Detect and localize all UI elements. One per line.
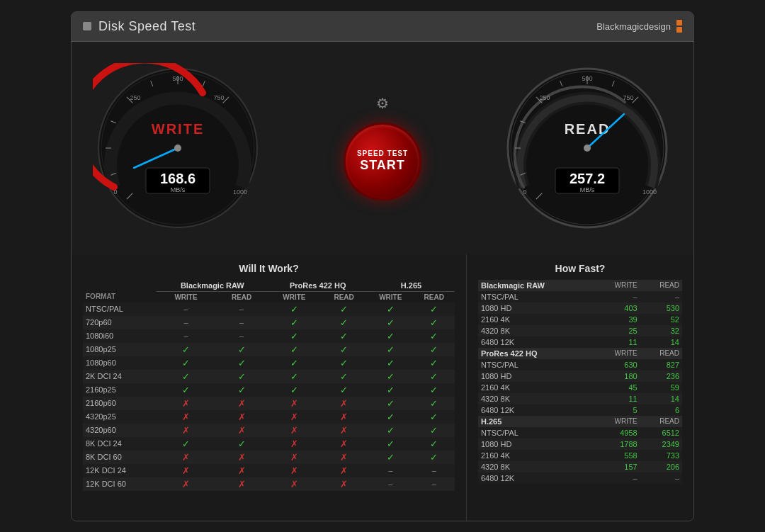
svg-text:1000: 1000 (642, 188, 657, 196)
brand-dot-1 (676, 20, 682, 26)
left-panel-title: Will It Work? (83, 263, 455, 274)
brand-name: Blackmagicdesign (596, 21, 671, 32)
svg-text:500: 500 (582, 75, 592, 82)
table-row: 4320p60✗✗✗✗✓✓ (83, 424, 455, 437)
table-row: 1080 HD180236 (478, 370, 682, 382)
section-header-row: ProRes 422 HQWRITEREAD (478, 348, 682, 359)
app-title: Disk Speed Test (98, 19, 196, 34)
brand-logo (676, 20, 682, 33)
left-panel: Will It Work? Blackmagic RAW ProRes 422 … (72, 254, 467, 521)
will-it-work-table: Blackmagic RAW ProRes 422 HQ H.265 FORMA… (83, 280, 455, 491)
svg-point-40 (584, 145, 591, 152)
table-row: 4320 8K2532 (478, 325, 682, 336)
table-row: 8K DCI 60✗✗✗✗✓✓ (83, 451, 455, 464)
table-row: NTSC/PAL––✓✓✓✓ (83, 302, 455, 316)
table-row: NTSC/PAL49586512 (478, 427, 682, 438)
table-row: 2160 4K4559 (478, 382, 682, 393)
how-fast-table: Blackmagic RAWWRITEREADNTSC/PAL––1080 HD… (478, 280, 682, 484)
table-row: 1080 HD403530 (478, 302, 682, 314)
svg-text:168.6: 168.6 (160, 171, 196, 186)
table-row: 4320 8K157206 (478, 461, 682, 472)
table-row: 4320 8K1114 (478, 393, 682, 404)
svg-text:750: 750 (213, 94, 224, 101)
svg-text:750: 750 (623, 94, 633, 101)
svg-text:0: 0 (113, 188, 117, 196)
start-button[interactable]: SPEED TEST START (344, 123, 421, 200)
svg-text:MB/s: MB/s (171, 186, 186, 193)
svg-text:0: 0 (523, 188, 526, 196)
title-bar: Disk Speed Test Blackmagicdesign (72, 12, 693, 42)
gear-icon[interactable]: ⚙ (376, 95, 389, 112)
section-header-row: Blackmagic RAWWRITEREAD (478, 280, 682, 291)
svg-text:500: 500 (172, 75, 183, 82)
svg-text:WRITE: WRITE (152, 121, 204, 137)
table-row: 6480 12K56 (478, 404, 682, 416)
read-gauge: 0 250 500 750 1000 READ 257.2 MB/s (502, 63, 672, 233)
right-panel: How Fast? Blackmagic RAWWRITEREADNTSC/PA… (467, 254, 693, 521)
table-row: 4320p25✗✗✗✗✓✓ (83, 410, 455, 424)
start-btn-text1: SPEED TEST (357, 149, 408, 158)
svg-text:250: 250 (539, 94, 550, 101)
title-bar-left: Disk Speed Test (83, 19, 196, 34)
close-button[interactable] (83, 22, 91, 30)
section-header-row: H.265WRITEREAD (478, 416, 682, 427)
table-row: 2160 4K3952 (478, 314, 682, 325)
start-button-area: ⚙ SPEED TEST START (344, 95, 421, 200)
svg-text:MB/s: MB/s (580, 186, 595, 193)
write-gauge: 0 250 500 750 1000 WRITE 168.6 MB/s (93, 63, 263, 233)
svg-text:257.2: 257.2 (570, 171, 605, 186)
table-row: 2K DCI 24✓✓✓✓✓✓ (83, 370, 455, 383)
app-window: Disk Speed Test Blackmagicdesign (71, 11, 694, 521)
table-row: 12K DCI 60✗✗✗✗–– (83, 477, 455, 491)
table-row: 6480 12K1114 (478, 336, 682, 348)
svg-text:250: 250 (130, 94, 140, 101)
table-row: 6480 12K–– (478, 472, 682, 484)
table-row: 2160 4K558733 (478, 450, 682, 461)
right-panel-title: How Fast? (478, 263, 682, 274)
data-section: Will It Work? Blackmagic RAW ProRes 422 … (72, 254, 693, 521)
table-row: 2160p60✗✗✗✗✓✓ (83, 397, 455, 410)
table-row: 2160p25✓✓✓✓✓✓ (83, 383, 455, 397)
table-row: NTSC/PAL–– (478, 291, 682, 302)
svg-point-18 (174, 145, 181, 152)
table-row: 8K DCI 24✓✓✗✗✓✓ (83, 437, 455, 451)
table-row: 720p60––✓✓✓✓ (83, 316, 455, 329)
table-row: NTSC/PAL630827 (478, 359, 682, 370)
table-row: 12K DCI 24✗✗✗✗–– (83, 464, 455, 477)
read-gauge-container: 0 250 500 750 1000 READ 257.2 MB/s (502, 63, 672, 233)
table-row: 1080i60––✓✓✓✓ (83, 329, 455, 343)
svg-text:1000: 1000 (233, 188, 247, 196)
brand-area: Blackmagicdesign (596, 20, 682, 33)
brand-dot-2 (676, 27, 682, 33)
write-gauge-container: 0 250 500 750 1000 WRITE 168.6 MB/s (93, 63, 263, 233)
table-row: 1080 HD17882349 (478, 438, 682, 450)
table-row: 1080p60✓✓✓✓✓✓ (83, 356, 455, 370)
gauges-section: 0 250 500 750 1000 WRITE 168.6 MB/s ⚙ SP… (72, 42, 693, 254)
start-btn-text2: START (360, 158, 405, 174)
table-row: 1080p25✓✓✓✓✓✓ (83, 343, 455, 356)
